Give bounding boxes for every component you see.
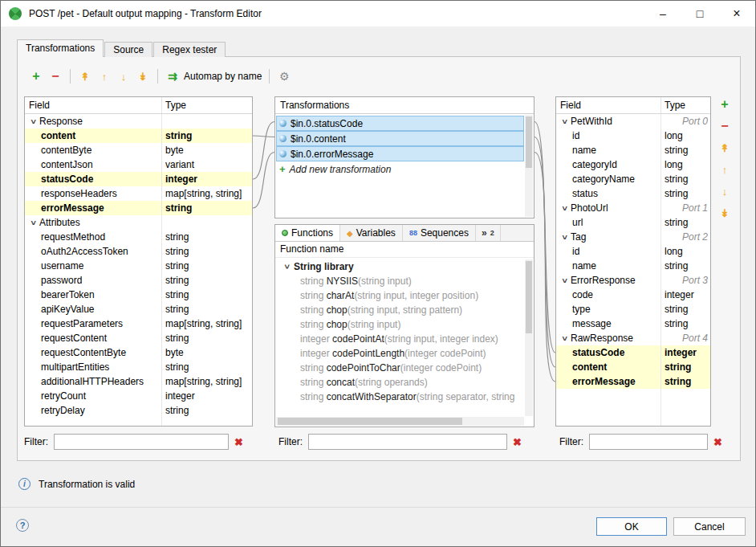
field-row[interactable]: multipartEntitiesstring (25, 360, 252, 374)
scrollbar-thumb[interactable] (278, 418, 462, 425)
field-row[interactable]: contentJsonvariant (25, 157, 252, 172)
function-item[interactable]: string codePointToChar(integer codePoint… (276, 361, 524, 375)
field-row[interactable]: usernamestring (25, 259, 252, 273)
field-row[interactable]: requestParametersmap[string, string] (25, 316, 252, 331)
remove-field-button[interactable]: − (48, 69, 63, 84)
move-up-icon[interactable]: ↑ (97, 69, 112, 84)
field-row[interactable]: responseHeadersmap[string, string] (25, 186, 252, 201)
function-library-row[interactable]: >String library (276, 259, 524, 274)
field-row[interactable]: contentBytebyte (25, 143, 252, 157)
functions-filter-input[interactable] (308, 434, 507, 450)
scrollbar-thumb[interactable] (526, 116, 532, 168)
tab-overflow[interactable]: »2 (476, 225, 501, 241)
field-row[interactable]: typestring (556, 302, 710, 316)
expander-icon[interactable]: > (558, 334, 571, 342)
field-row[interactable]: errorMessagestring (25, 201, 252, 215)
field-row[interactable]: messagestring (556, 316, 710, 331)
tab-variables[interactable]: ◆ Variables (340, 225, 403, 241)
expander-icon[interactable]: > (558, 204, 571, 212)
functions-vscrollbar[interactable] (525, 259, 533, 416)
expander-icon[interactable]: > (558, 117, 571, 125)
expander-icon[interactable]: > (558, 276, 571, 284)
field-row[interactable]: namestring (556, 143, 710, 157)
maximize-icon[interactable]: □ (681, 1, 718, 27)
function-item[interactable]: integer codePointLength(integer codePoin… (276, 346, 524, 361)
function-item[interactable]: integer codePointAt(string input, intege… (276, 332, 524, 346)
scrollbar-thumb[interactable] (526, 261, 532, 333)
group-row[interactable]: >PetWithIdPort 0 (556, 114, 710, 129)
add-transformation-button[interactable]: +Add new transformation (276, 161, 524, 177)
functions-hscrollbar[interactable] (276, 417, 524, 426)
ok-button[interactable]: OK (596, 517, 667, 536)
move-top-icon[interactable]: ↟ (78, 69, 92, 84)
tab-sequences[interactable]: 88 Sequences (403, 225, 476, 241)
add-field-button[interactable]: + (29, 69, 43, 84)
move-bottom-icon[interactable]: ↡ (717, 206, 732, 220)
function-item[interactable]: string chop(string input, string pattern… (276, 303, 524, 317)
function-item[interactable]: string concatWithSeparator(string separa… (276, 390, 524, 404)
tab-transformations[interactable]: Transformations (17, 39, 104, 57)
group-row[interactable]: >PhotoUrlPort 1 (556, 201, 710, 215)
group-row[interactable]: >RawResponsePort 4 (556, 331, 710, 345)
close-icon[interactable]: × (718, 1, 755, 27)
minimize-icon[interactable]: – (644, 1, 681, 27)
transformation-item[interactable]: $in.0.errorMessage (276, 146, 524, 161)
field-row[interactable]: idlong (556, 129, 710, 143)
field-row[interactable]: statusCodeinteger (25, 172, 252, 186)
settings-gear-icon[interactable]: ⚙ (277, 69, 291, 84)
group-row[interactable]: >Attributes (25, 215, 252, 230)
transformation-item[interactable]: $in.0.statusCode (276, 116, 524, 131)
move-top-icon[interactable]: ↟ (717, 141, 732, 155)
field-row[interactable]: passwordstring (25, 273, 252, 288)
field-row[interactable]: statusCodeinteger (556, 345, 710, 360)
clear-filter-icon[interactable]: ✖ (713, 436, 722, 448)
group-row[interactable]: >ErrorResponsePort 3 (556, 273, 710, 288)
move-down-icon[interactable]: ↓ (717, 184, 732, 198)
group-row[interactable]: >Response (25, 114, 252, 129)
clear-filter-icon[interactable]: ✖ (234, 436, 243, 448)
field-row[interactable]: categoryIdlong (556, 157, 710, 172)
tab-regex-tester[interactable]: Regex tester (153, 42, 226, 57)
clear-filter-icon[interactable]: ✖ (513, 436, 522, 448)
tab-source[interactable]: Source (104, 42, 152, 57)
field-row[interactable]: errorMessagestring (556, 374, 710, 389)
function-item[interactable]: string charAt(string input, integer posi… (276, 288, 524, 303)
field-row[interactable]: contentstring (556, 360, 710, 374)
move-bottom-icon[interactable]: ↡ (136, 69, 150, 84)
field-row[interactable]: bearerTokenstring (25, 288, 252, 302)
field-row[interactable]: apiKeyValuestring (25, 302, 252, 316)
expander-icon[interactable]: > (26, 117, 40, 125)
move-down-icon[interactable]: ↓ (116, 69, 131, 84)
move-up-icon[interactable]: ↑ (717, 162, 732, 177)
field-row[interactable]: categoryNamestring (556, 172, 710, 186)
field-row[interactable]: statusstring (556, 186, 710, 201)
help-icon[interactable]: ? (16, 519, 29, 532)
field-row[interactable] (556, 389, 710, 403)
right-filter-input[interactable] (589, 434, 708, 450)
expander-icon[interactable]: > (279, 263, 294, 271)
remove-field-button[interactable]: − (717, 119, 732, 133)
group-row[interactable]: >TagPort 2 (556, 230, 710, 244)
function-item[interactable]: string concat(string operands) (276, 375, 524, 390)
function-item[interactable]: string chop(string input) (276, 317, 524, 332)
field-row[interactable]: additionalHTTPHeadersmap[string, string] (25, 374, 252, 389)
field-row[interactable]: requestContentBytebyte (25, 345, 252, 360)
field-row[interactable]: retryDelaystring (25, 403, 252, 418)
field-row[interactable]: urlstring (556, 215, 710, 230)
field-row[interactable]: oAuth2AccessTokenstring (25, 244, 252, 259)
expander-icon[interactable]: > (558, 233, 571, 241)
cancel-button[interactable]: Cancel (673, 517, 746, 536)
field-row[interactable]: contentstring (25, 129, 252, 143)
field-row[interactable]: namestring (556, 259, 710, 273)
field-row[interactable]: idlong (556, 244, 710, 259)
automap-by-name-button[interactable]: ⇉ Automap by name (165, 69, 262, 84)
tab-functions[interactable]: Functions (275, 225, 340, 241)
left-filter-input[interactable] (54, 434, 229, 450)
field-row[interactable]: requestMethodstring (25, 230, 252, 244)
expander-icon[interactable]: > (26, 218, 40, 227)
transformation-item[interactable]: $in.0.content (276, 131, 524, 146)
add-field-button[interactable]: + (717, 97, 732, 112)
function-item[interactable]: string NYSIIS(string input) (276, 274, 524, 288)
field-row[interactable]: requestContentstring (25, 331, 252, 345)
transform-scrollbar[interactable] (525, 115, 533, 217)
